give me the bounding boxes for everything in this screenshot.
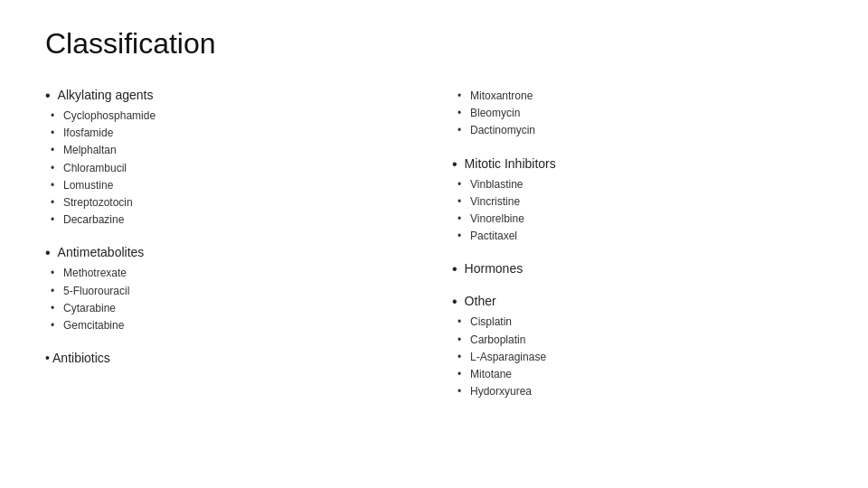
section-other-label: Other (452, 294, 823, 310)
list-item: Mitotane (470, 366, 823, 383)
content-columns: Alkylating agents Cyclophosphamide Ifosf… (45, 88, 823, 417)
list-item: 5-Fluorouracil (63, 283, 416, 300)
page-title: Classification (45, 27, 823, 61)
mitotic-list: Vinblastine Vincristine Vinorelbine Pact… (452, 176, 823, 246)
right-column: Mitoxantrone Bleomycin Dactinomycin Mito… (434, 88, 823, 417)
section-other: Other Cisplatin Carboplatin L-Asparagina… (452, 294, 823, 400)
section-mitotic: Mitotic Inhibitors Vinblastine Vincristi… (452, 156, 823, 246)
list-item: Vinorelbine (470, 211, 823, 228)
list-item: Ifosfamide (63, 125, 416, 142)
list-item: Vincristine (470, 193, 823, 211)
list-item: Cytarabine (63, 300, 416, 317)
alkylating-list: Cyclophosphamide Ifosfamide Melphaltan C… (45, 108, 416, 229)
antibiotics-label: • Antibiotics (45, 351, 416, 365)
bullet-prefix: • (45, 351, 52, 365)
section-alkylating: Alkylating agents Cyclophosphamide Ifosf… (45, 88, 416, 229)
list-item: Melphaltan (63, 142, 416, 159)
list-item: Dactinomycin (470, 122, 823, 139)
list-item: Vinblastine (470, 176, 823, 193)
antimetabolites-list: Methotrexate 5-Fluorouracil Cytarabine G… (45, 265, 416, 334)
list-item: Pactitaxel (470, 228, 823, 245)
list-item: Gemcitabine (63, 317, 416, 334)
list-item: Chlorambucil (63, 160, 416, 177)
list-item: L-Asparaginase (470, 349, 823, 366)
section-hormones: Hormones (452, 261, 823, 277)
page: Classification Alkylating agents Cycloph… (0, 0, 868, 444)
list-item: Decarbazine (63, 211, 416, 229)
list-item: Carboplatin (470, 332, 823, 349)
list-item: Methotrexate (63, 265, 416, 282)
left-column: Alkylating agents Cyclophosphamide Ifosf… (45, 88, 434, 417)
list-item: Mitoxantrone (470, 88, 823, 105)
list-item: Bleomycin (470, 105, 823, 122)
list-item: Cisplatin (470, 314, 823, 331)
section-antimetabolites: Antimetabolites Methotrexate 5-Fluoroura… (45, 245, 416, 334)
section-mitotic-label: Mitotic Inhibitors (452, 156, 823, 173)
section-antimetabolites-label: Antimetabolites (45, 245, 416, 261)
list-item: Lomustine (63, 177, 416, 194)
list-item: Cyclophosphamide (63, 108, 416, 125)
top-items-section: Mitoxantrone Bleomycin Dactinomycin (452, 88, 823, 140)
section-alkylating-label: Alkylating agents (45, 88, 416, 104)
section-hormones-label: Hormones (452, 261, 823, 277)
top-items-list: Mitoxantrone Bleomycin Dactinomycin (452, 88, 823, 140)
other-list: Cisplatin Carboplatin L-Asparaginase Mit… (452, 314, 823, 400)
list-item: Streptozotocin (63, 194, 416, 211)
list-item: Hydorxyurea (470, 383, 823, 400)
